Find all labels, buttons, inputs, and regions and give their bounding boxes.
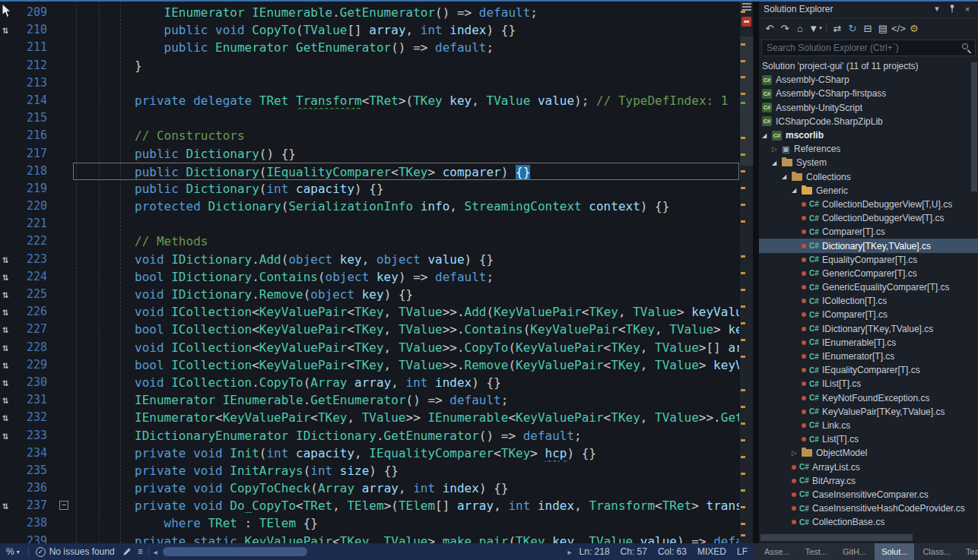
code-line[interactable]: ⇅227 bool ICollection<KeyValuePair<TKey,… bbox=[0, 321, 739, 338]
line-number[interactable]: 235 bbox=[21, 462, 55, 479]
code-content[interactable]: bool ICollection<KeyValuePair<TKey, TVal… bbox=[73, 321, 739, 338]
line-number[interactable]: 209 bbox=[21, 4, 55, 21]
line-number[interactable]: 237 bbox=[21, 497, 55, 514]
code-line[interactable]: ⇅225 void IDictionary.Remove(object key)… bbox=[0, 286, 739, 303]
scroll-right-icon[interactable]: ▸ bbox=[566, 548, 574, 556]
issues-indicator[interactable]: ✓ No issues found bbox=[31, 546, 119, 557]
list-icon[interactable]: ≡ bbox=[138, 546, 143, 557]
code-line[interactable]: ⇅231 IEnumerator IEnumerable.GetEnumerat… bbox=[0, 391, 739, 409]
code-editor[interactable]: 209 IEnumerator IEnumerable.GetEnumerato… bbox=[0, 0, 739, 543]
implements-icon[interactable]: ⇅ bbox=[2, 391, 8, 409]
tree-item[interactable]: C#ICSharpCode.SharpZipLib bbox=[759, 115, 978, 128]
code-lines[interactable]: 209 IEnumerator IEnumerable.GetEnumerato… bbox=[0, 0, 739, 543]
pencil-icon[interactable] bbox=[122, 547, 132, 556]
tree-item[interactable]: C#GenericEqualityComparer[T].cs bbox=[759, 280, 978, 294]
code-line[interactable]: 238 where TRet : TElem {} bbox=[0, 514, 739, 532]
scroll-left-icon[interactable]: ◂ bbox=[151, 548, 160, 556]
glyph-margin[interactable] bbox=[0, 533, 21, 543]
code-content[interactable]: private void InitArrays(int size) {} bbox=[73, 462, 739, 479]
glyph-margin[interactable] bbox=[0, 163, 21, 180]
glyph-margin[interactable]: ⇅ bbox=[0, 374, 21, 391]
code-content[interactable]: bool IDictionary.Contains(object key) =>… bbox=[73, 268, 739, 286]
code-content[interactable]: IDictionaryEnumerator IDictionary.GetEnu… bbox=[73, 427, 739, 445]
code-content[interactable]: public Dictionary(IEqualityComparer<TKey… bbox=[73, 163, 739, 180]
code-content[interactable]: public Dictionary() {} bbox=[73, 145, 739, 163]
glyph-margin[interactable]: ⇅ bbox=[0, 409, 21, 426]
line-number[interactable]: 231 bbox=[21, 391, 55, 409]
scrollbar-thumb[interactable] bbox=[163, 547, 308, 556]
zoom-control[interactable]: % ▾ bbox=[0, 546, 26, 557]
code-content[interactable]: private void CopyToCheck(Array array, in… bbox=[73, 479, 739, 497]
splitter-grip-icon[interactable] bbox=[742, 3, 751, 11]
implements-icon[interactable]: ⇅ bbox=[2, 268, 8, 286]
tree-item[interactable]: C#Assembly-UnityScript bbox=[759, 101, 978, 115]
tree-item[interactable]: ◢C#mscorlib bbox=[759, 128, 978, 142]
code-line[interactable]: ⇅228 void ICollection<KeyValuePair<TKey,… bbox=[0, 339, 739, 356]
search-icon[interactable] bbox=[962, 43, 968, 49]
code-line[interactable]: 234 private void Init(int capacity, IEqu… bbox=[0, 445, 739, 462]
code-line[interactable]: 236 private void CopyToCheck(Array array… bbox=[0, 479, 739, 497]
code-line[interactable]: ⇅223 void IDictionary.Add(object key, ob… bbox=[0, 251, 739, 268]
line-number[interactable]: 236 bbox=[21, 479, 55, 497]
chevron-expanded-icon[interactable]: ◢ bbox=[762, 132, 772, 139]
line-number[interactable]: 234 bbox=[21, 445, 55, 462]
code-content[interactable]: IEnumerator IEnumerable.GetEnumerator() … bbox=[73, 4, 739, 21]
code-line[interactable]: 217 public Dictionary() {} bbox=[0, 145, 739, 163]
tree-vertical-scrollbar[interactable] bbox=[971, 61, 977, 530]
panel-splitter[interactable] bbox=[753, 0, 759, 543]
code-line[interactable]: 214 private delegate TRet Transform<TRet… bbox=[0, 92, 739, 109]
horizontal-scrollbar[interactable] bbox=[161, 543, 564, 560]
code-line[interactable]: 219 public Dictionary(int capacity) {} bbox=[0, 180, 739, 198]
tree-item[interactable]: ◢System bbox=[759, 156, 978, 169]
panel-tab-gith[interactable]: GitH... bbox=[836, 543, 873, 560]
line-number[interactable]: 215 bbox=[21, 109, 55, 127]
glyph-margin[interactable]: ⇅ bbox=[0, 321, 21, 338]
implements-icon[interactable]: ⇅ bbox=[2, 251, 8, 268]
glyph-margin[interactable] bbox=[0, 74, 21, 92]
tree-item[interactable]: C#BitArray.cs bbox=[759, 474, 978, 488]
line-number[interactable]: 222 bbox=[21, 233, 55, 250]
close-icon[interactable]: × bbox=[961, 5, 973, 14]
scrollbar-thumb[interactable] bbox=[740, 36, 754, 166]
line-number[interactable]: 223 bbox=[21, 251, 55, 268]
line-number[interactable]: 214 bbox=[21, 92, 55, 109]
code-line[interactable]: ⇅233 IDictionaryEnumerator IDictionary.G… bbox=[0, 427, 739, 445]
glyph-margin[interactable] bbox=[0, 57, 21, 74]
chevron-expanded-icon[interactable]: ◢ bbox=[792, 187, 802, 194]
glyph-margin[interactable]: ⇅ bbox=[0, 303, 21, 321]
sync-with-active-document-icon[interactable]: ⇄ bbox=[830, 21, 844, 35]
glyph-margin[interactable] bbox=[0, 233, 21, 250]
implements-icon[interactable]: ⇅ bbox=[2, 409, 8, 426]
tree-item[interactable]: C#EqualityComparer[T].cs bbox=[759, 253, 978, 267]
glyph-margin[interactable] bbox=[0, 198, 21, 215]
code-content[interactable]: private static KeyValuePair<TKey, TValue… bbox=[73, 533, 739, 543]
glyph-margin[interactable] bbox=[0, 39, 21, 56]
panel-tab-tea[interactable]: Tea... bbox=[959, 543, 978, 560]
line-number[interactable]: 229 bbox=[21, 356, 55, 374]
implements-icon[interactable]: ⇅ bbox=[2, 321, 8, 338]
code-content[interactable]: void ICollection.CopyTo(Array array, int… bbox=[73, 374, 739, 391]
tree-item[interactable]: Solution 'project-gui' (11 of 11 project… bbox=[759, 59, 978, 73]
tree-item[interactable]: C#CollectionDebuggerView[T].cs bbox=[759, 211, 978, 225]
code-line[interactable]: ⇅230 void ICollection.CopyTo(Array array… bbox=[0, 374, 739, 391]
line-number[interactable]: 228 bbox=[21, 339, 55, 356]
glyph-margin[interactable]: ⇅ bbox=[0, 339, 21, 356]
tree-item[interactable]: C#IEqualityComparer[T].cs bbox=[759, 363, 978, 377]
line-number[interactable]: 238 bbox=[21, 514, 55, 532]
view-code-icon[interactable]: </> bbox=[891, 21, 906, 35]
glyph-margin[interactable] bbox=[0, 514, 21, 532]
line-number[interactable]: 220 bbox=[21, 198, 55, 215]
tree-item[interactable]: C#IEnumerator[T].cs bbox=[759, 350, 978, 363]
glyph-margin[interactable] bbox=[0, 479, 21, 497]
code-content[interactable]: IEnumerator<KeyValuePair<TKey, TValue>> … bbox=[73, 409, 739, 426]
code-line[interactable]: 216 // Constructors bbox=[0, 127, 739, 144]
glyph-margin[interactable]: ⇅ bbox=[0, 427, 21, 445]
scrollbar-thumb[interactable] bbox=[760, 534, 913, 541]
glyph-margin[interactable]: ⇅ bbox=[0, 497, 21, 514]
implements-icon[interactable]: ⇅ bbox=[2, 356, 8, 374]
code-line[interactable]: 239 private static KeyValuePair<TKey, TV… bbox=[0, 533, 739, 543]
line-number[interactable]: 213 bbox=[21, 74, 55, 92]
line-number[interactable]: 224 bbox=[21, 268, 55, 286]
tree-item[interactable]: C#ICollection[T].cs bbox=[759, 294, 978, 308]
line-number[interactable]: 216 bbox=[21, 127, 55, 144]
